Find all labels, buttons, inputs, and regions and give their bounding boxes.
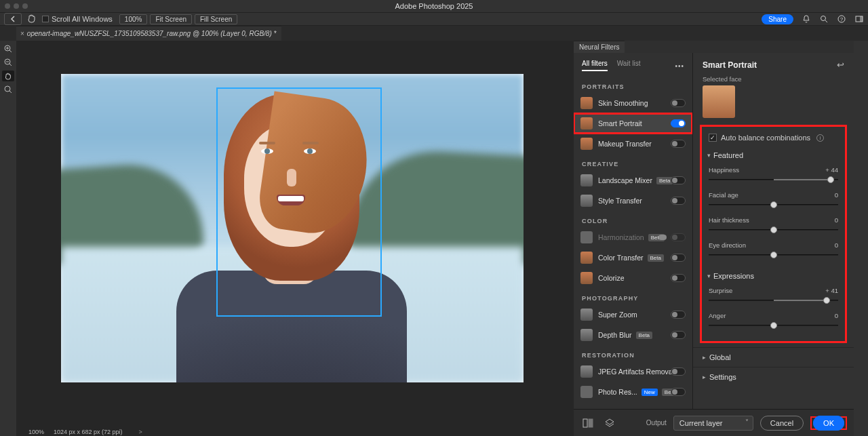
filter-color-transfer[interactable]: Color Transfer Beta [574,247,692,268]
toggle-style-transfer[interactable] [671,197,686,205]
chevron-down-icon: ▾ [707,273,711,279]
slider-happiness[interactable]: Happiness+ 44 [706,163,841,189]
filter-photo-restoration[interactable]: Photo Res... New Beta [574,382,692,402]
chevron-down-icon: ▾ [707,152,711,159]
scroll-all-checkbox[interactable] [42,16,49,22]
auto-balance-checkbox[interactable]: ✓ [709,134,717,142]
highlighted-controls: ✓ Auto balance combinations i ▾ Featured… [700,125,847,343]
options-bar: Scroll All Windows 100% Fit Screen Fill … [0,12,868,26]
section-featured[interactable]: ▾ Featured [706,148,841,163]
cat-portraits: PORTRAITS [574,77,692,93]
document-tab-bar: × openart-image_wNUSZFSL_1735109583537_r… [0,26,868,41]
max-dot[interactable] [22,3,28,9]
info-icon[interactable]: i [816,134,824,142]
min-dot[interactable] [14,3,19,9]
cat-restoration: RESTORATION [574,345,692,361]
svg-text:?: ? [840,16,844,22]
section-expressions[interactable]: ▾ Expressions [706,269,841,284]
cloud-download-icon[interactable] [658,235,667,240]
document-canvas[interactable] [61,74,524,382]
right-dock-strip [854,41,868,436]
tab-wait-list[interactable]: Wait list [617,60,641,71]
cat-photography: PHOTOGRAPHY [574,288,692,304]
filter-style-transfer[interactable]: Style Transfer [574,191,692,211]
slider-anger[interactable]: Anger0 [706,309,841,334]
help-icon[interactable]: ? [837,14,846,24]
zoom-out-tool[interactable] [2,57,14,68]
slider-surprise[interactable]: Surprise+ 41 [706,284,841,309]
toggle-depth-blur[interactable] [671,331,686,339]
toggle-jpeg-artifacts[interactable] [671,368,686,376]
scroll-all-label: Scroll All Windows [52,15,113,23]
filter-landscape-mixer[interactable]: Landscape Mixer Beta [574,170,692,191]
toggle-photo-restoration[interactable] [671,388,686,396]
selected-face-label: Selected face [693,75,854,85]
toggle-super-zoom[interactable] [671,311,686,319]
status-caret-icon[interactable]: > [139,429,142,435]
search-icon[interactable] [819,14,829,24]
svg-point-0 [821,16,826,21]
ok-highlight: OK [810,416,847,430]
chevron-right-icon: ▸ [703,354,706,361]
layers-icon[interactable] [602,416,617,431]
window-controls[interactable] [0,3,28,9]
toggle-color-transfer[interactable] [671,254,686,262]
fill-screen-button[interactable]: Fill Screen [195,14,237,24]
workspace-icon[interactable] [854,14,864,24]
share-button[interactable]: Share [762,14,793,24]
tab-all-filters[interactable]: All filters [582,60,608,71]
close-dot[interactable] [5,3,10,9]
toggle-colorize[interactable] [671,274,686,282]
output-select[interactable]: Current layer [673,416,753,431]
document-tab-label: openart-image_wNUSZFSL_1735109583537_raw… [27,30,277,37]
document-tab[interactable]: × openart-image_wNUSZFSL_1735109583537_r… [16,26,281,41]
zoom-tool[interactable] [2,84,14,95]
selected-face-thumb[interactable] [703,85,735,118]
tool-strip [0,41,16,436]
canvas-area[interactable]: 100% 1024 px x 682 px (72 ppi) > [16,41,574,436]
preview-toggle-icon[interactable] [580,416,595,431]
slider-facial-age[interactable]: Facial age0 [706,189,841,214]
zoom-in-tool[interactable] [2,43,14,54]
section-settings[interactable]: ▸ Settings [693,367,854,387]
neural-filters-panel: Neural Filters All filters Wait list •••… [574,41,854,436]
filter-depth-blur[interactable]: Depth Blur Beta [574,325,692,345]
panel-tab-label[interactable]: Neural Filters [574,41,625,53]
toggle-landscape-mixer[interactable] [671,176,686,184]
home-back-button[interactable] [4,13,22,25]
filter-skin-smoothing[interactable]: Skin Smoothing [574,93,692,113]
section-global[interactable]: ▸ Global [693,347,854,367]
toggle-harmonization[interactable] [671,233,686,241]
cat-color: COLOR [574,211,692,227]
more-icon[interactable]: ••• [675,62,684,70]
zoom-percent[interactable]: 100% [119,14,148,24]
auto-balance-label: Auto balance combinations [721,134,810,142]
cancel-button[interactable]: Cancel [760,416,804,431]
toggle-makeup-transfer[interactable] [671,140,686,148]
status-bar: 100% 1024 px x 682 px (72 ppi) > [28,428,142,436]
ok-button[interactable]: OK [813,416,844,431]
output-label: Output [646,419,667,427]
filter-super-zoom[interactable]: Super Zoom [574,304,692,325]
toggle-smart-portrait[interactable] [671,119,686,127]
bell-icon[interactable] [802,14,811,24]
fit-screen-button[interactable]: Fit Screen [150,14,192,24]
svg-point-7 [5,86,10,92]
filter-harmonization[interactable]: Harmonization Beta [574,227,692,247]
filter-colorize[interactable]: Colorize [574,268,692,288]
cat-creative: CREATIVE [574,154,692,170]
filter-detail-panel: Smart Portrait ↩ Selected face ✓ Auto ba… [693,53,854,409]
titlebar: Adobe Photoshop 2025 [0,0,868,12]
hand-tool[interactable] [2,71,14,81]
filter-jpeg-artifacts[interactable]: JPEG Artifacts Removal [574,361,692,382]
close-tab-icon[interactable]: × [20,30,24,37]
slider-eye-direction[interactable]: Eye direction0 [706,239,841,264]
filter-smart-portrait[interactable]: Smart Portrait [574,113,692,134]
face-detection-box [216,87,382,317]
filter-list: All filters Wait list ••• PORTRAITS Skin… [574,53,693,409]
status-zoom: 100% [28,429,44,435]
filter-makeup-transfer[interactable]: Makeup Transfer [574,134,692,154]
reset-icon[interactable]: ↩ [837,60,844,70]
slider-hair-thickness[interactable]: Hair thickness0 [706,214,841,239]
toggle-skin-smoothing[interactable] [671,99,686,107]
